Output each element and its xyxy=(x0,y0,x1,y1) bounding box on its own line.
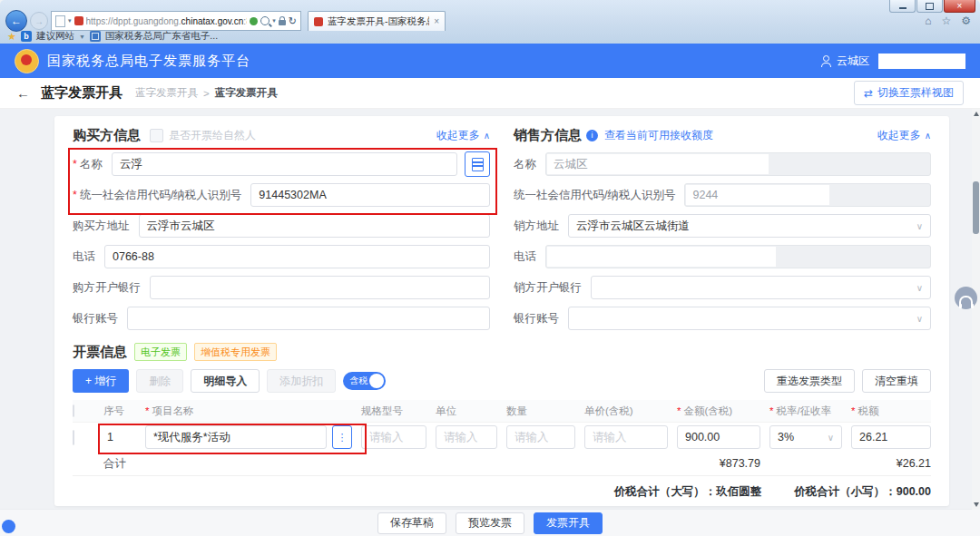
maximize-button[interactable] xyxy=(916,0,943,13)
redaction-box xyxy=(878,54,965,69)
tab-close-icon[interactable]: × xyxy=(434,16,439,26)
buyer-address-label: 购买方地址 xyxy=(73,219,130,234)
bing-icon[interactable]: b xyxy=(21,31,32,42)
customer-service-float-button[interactable] xyxy=(955,287,977,309)
scrollbar-thumb[interactable] xyxy=(973,181,979,234)
help-float-icon[interactable] xyxy=(2,520,15,533)
unit-input[interactable]: 请输入 xyxy=(436,425,497,449)
required-mark: * xyxy=(145,405,149,416)
redaction-box: 9244 xyxy=(686,185,829,205)
preview-invoice-button[interactable]: 预览发票 xyxy=(456,512,524,534)
save-draft-button[interactable]: 保存草稿 xyxy=(377,512,446,534)
back-arrow-icon: ← xyxy=(11,15,22,27)
page-back-arrow[interactable]: ← xyxy=(16,85,30,101)
buyer-bank-input[interactable] xyxy=(150,276,490,299)
required-mark: * xyxy=(769,405,773,416)
unit-price-input[interactable]: 请输入 xyxy=(584,425,668,449)
main-content: 购买方信息 是否开票给自然人 收起更多∧ * 名称 云浮 * 统一社会 xyxy=(0,109,980,510)
seller-bank-select[interactable]: ∨ xyxy=(591,276,931,299)
url-text: https://dppt.guangdong.chinatax.gov.cn:8… xyxy=(86,16,248,26)
buyer-taxid-input[interactable]: 91445302MA xyxy=(250,183,490,207)
quota-link[interactable]: 查看当前可用接收额度 xyxy=(604,128,713,143)
window-controls: × xyxy=(888,0,975,13)
scroll-down-icon[interactable] xyxy=(974,502,979,507)
detail-import-button[interactable]: 明细导入 xyxy=(191,369,260,393)
natural-person-checkbox[interactable] xyxy=(150,129,163,142)
tag-electronic-invoice: 电子发票 xyxy=(134,343,187,362)
minimize-icon xyxy=(899,7,906,9)
table-header-row: 序号 *项目名称 规格型号 单位 数量 单价(含税) *金额(含税) *税率/征… xyxy=(73,400,931,423)
select-all-checkbox[interactable] xyxy=(73,404,74,417)
address-dropdown-icon[interactable]: ▾ xyxy=(68,17,72,24)
seller-collapse-link[interactable]: 收起更多∧ xyxy=(877,128,931,143)
item-name-input[interactable]: *现代服务*活动 xyxy=(145,425,327,449)
favorites-star-icon[interactable]: ★ xyxy=(7,31,16,43)
collapse-label: 收起更多 xyxy=(877,128,921,143)
tax-included-toggle[interactable]: 含税 xyxy=(343,372,386,390)
refresh-icon[interactable]: ↻ xyxy=(289,15,297,27)
user-area[interactable]: 云城区 xyxy=(820,54,965,69)
search-icon[interactable] xyxy=(260,16,270,25)
clear-refill-button[interactable]: 清空重填 xyxy=(862,369,931,393)
home-icon[interactable]: ⌂ xyxy=(925,15,931,27)
buyer-account-input[interactable] xyxy=(127,307,490,330)
favorite-suggested-sites[interactable]: 建议网站 xyxy=(36,30,74,43)
breadcrumb-current: 蓝字发票开具 xyxy=(215,86,278,100)
tax-input[interactable]: 26.21 xyxy=(851,425,931,449)
tax-included-label: 含税 xyxy=(349,375,368,387)
collapse-label: 收起更多 xyxy=(436,128,480,143)
seller-account-select[interactable]: ∨ xyxy=(568,307,931,330)
seller-taxid-label: 统一社会信用代码/纳税人识别号 xyxy=(514,188,675,203)
vertical-scrollbar[interactable] xyxy=(972,109,980,510)
seller-address-select[interactable]: 云浮市云城区云城街道∨ xyxy=(568,214,931,238)
add-row-button[interactable]: + 增行 xyxy=(73,369,129,393)
address-input[interactable]: ▾ https://dppt.guangdong.chinatax.gov.cn… xyxy=(51,11,301,31)
col-tax-rate: *税率/征收率 xyxy=(769,404,842,418)
switch-view-button[interactable]: ⇄ 切换至票样视图 xyxy=(854,81,964,105)
reselect-invoice-type-button[interactable]: 重选发票类型 xyxy=(764,369,855,393)
switch-view-icon: ⇄ xyxy=(864,87,873,100)
tax-rate-select[interactable]: 3%∨ xyxy=(769,425,842,449)
browser-chrome: × ← → ▾ https://dppt.guangdong.chinatax.… xyxy=(0,0,980,44)
buyer-phone-input[interactable]: 0766-88 xyxy=(104,245,490,268)
chevron-up-icon: ∧ xyxy=(484,131,490,141)
buyer-picker-button[interactable] xyxy=(465,151,490,177)
buyer-address-input[interactable]: 云浮市云城区 xyxy=(139,214,491,238)
col-item-name: *项目名称 xyxy=(145,404,352,418)
amount-input[interactable]: 900.00 xyxy=(677,425,760,449)
compatibility-icon[interactable] xyxy=(250,17,258,25)
buyer-taxid-label: 统一社会信用代码/纳税人识别号 xyxy=(80,188,241,203)
favorite-gd-tax-site[interactable]: 国家税务总局广东省电子... xyxy=(105,30,218,43)
table-total-row: 合计 ¥873.79 ¥26.21 xyxy=(73,452,931,476)
total-upper-label: 价税合计（大写）： xyxy=(614,485,717,498)
qty-input[interactable]: 请输入 xyxy=(506,425,575,449)
favorites-icon[interactable]: ☆ xyxy=(941,15,951,27)
placeholder-text: 请输入 xyxy=(369,430,404,445)
total-lower-label: 价税合计（小写）： xyxy=(794,485,897,498)
buyer-collapse-link[interactable]: 收起更多∧ xyxy=(436,128,490,143)
chevron-down-icon: ∨ xyxy=(828,433,834,443)
buyer-name-value: 云浮 xyxy=(120,157,142,172)
required-mark: * xyxy=(73,189,77,201)
row-checkbox[interactable] xyxy=(73,430,74,445)
info-icon[interactable]: i xyxy=(586,130,598,141)
search-dropdown-icon[interactable]: ▾ xyxy=(272,17,276,24)
minimize-button[interactable] xyxy=(889,0,916,13)
scroll-up-icon[interactable] xyxy=(974,112,979,116)
forward-button[interactable]: → xyxy=(30,12,48,30)
buyer-name-input[interactable]: 云浮 xyxy=(112,152,457,176)
total-label: 合计 xyxy=(103,456,136,472)
col-amount: *金额(含税) xyxy=(677,404,760,418)
item-catalog-button[interactable]: ⋮ xyxy=(332,425,352,449)
issue-invoice-button[interactable]: 发票开具 xyxy=(534,512,603,534)
toggle-knob xyxy=(369,374,384,388)
spec-input[interactable]: 请输入 xyxy=(361,425,426,449)
invoice-toolbar: + 增行 删除 明细导入 添加折扣 含税 重选发票类型 清空重填 xyxy=(73,369,931,393)
breadcrumb-parent[interactable]: 蓝字发票开具 xyxy=(135,86,198,100)
close-window-button[interactable]: × xyxy=(944,0,975,13)
suggested-sites-caret-icon[interactable]: ▼ xyxy=(79,34,85,40)
seller-name-value: 云城区 xyxy=(554,157,588,172)
back-button[interactable]: ← xyxy=(5,10,27,32)
settings-gear-icon[interactable]: ⚙ xyxy=(961,15,971,27)
browser-tab[interactable]: 蓝字发票开具-国家税务总... × xyxy=(308,11,446,31)
